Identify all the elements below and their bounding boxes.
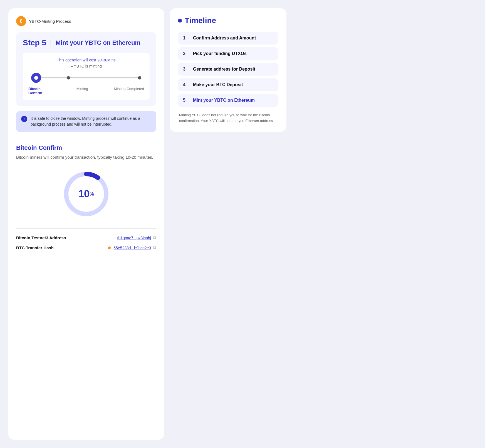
app-header: ₿ YBTC-Minting Process	[16, 16, 156, 26]
track-line	[39, 77, 138, 78]
circle-progress: 10%	[61, 169, 111, 219]
track-dot-end	[138, 76, 141, 79]
circle-progress-container: 10%	[16, 169, 156, 219]
section-divider	[16, 138, 156, 138]
track-dot-start	[31, 73, 41, 83]
address-link-1[interactable]: tb1qpac7...px3jhahj	[117, 236, 151, 240]
timeline-item-number-5: 5	[183, 98, 189, 103]
track-dot-mid	[67, 76, 70, 79]
progress-labels: Bitcoin Confirm Minting Minting Complete…	[28, 87, 144, 95]
bitcoin-confirm-title: Bitcoin Confirm	[16, 144, 156, 151]
timeline-item-label-2: Pick your funding UTXOs	[193, 51, 247, 56]
circle-percent: 10	[78, 188, 90, 200]
address-row-1: Bitcoin Testnet3 Address tb1qpac7...px3j…	[16, 235, 156, 240]
timeline-item-number-3: 3	[183, 67, 189, 72]
address-value-group-2: 55e5238d...b9bcc2e3 ⧉	[108, 245, 156, 250]
copy-icon-2[interactable]: ⧉	[153, 245, 156, 250]
timeline-header: Timeline	[178, 16, 278, 25]
timeline-item-2: 2 Pick your funding UTXOs	[178, 47, 278, 60]
address-section: Bitcoin Testnet3 Address tb1qpac7...px3j…	[16, 228, 156, 250]
address-row-2: BTC Transfer Hash 55e5238d...b9bcc2e3 ⧉	[16, 245, 156, 250]
progress-subtitle: This operation will cost 20-30Mins	[28, 58, 144, 62]
timeline-items: 1 Confirm Address and Amount 2 Pick your…	[178, 32, 278, 107]
label-bitcoin-confirm: Bitcoin Confirm	[28, 87, 51, 95]
info-icon: !	[21, 116, 27, 122]
label-minting: Minting	[76, 87, 88, 95]
step-number: Step 5	[23, 38, 46, 47]
copy-icon-1[interactable]: ⧉	[153, 235, 156, 240]
bitcoin-confirm-section: Bitcoin Confirm Bitcoin miners will conf…	[16, 144, 156, 250]
timeline-title: Timeline	[185, 16, 216, 25]
info-banner: ! It is safe to close the window. Mintin…	[16, 111, 156, 132]
progress-track	[31, 73, 141, 83]
btc-icon: ₿	[16, 16, 26, 26]
circle-percent-sign: %	[90, 191, 94, 196]
timeline-item-label-1: Confirm Address and Amount	[193, 36, 256, 41]
timeline-dot-icon	[178, 19, 182, 23]
timeline-item-1: 1 Confirm Address and Amount	[178, 32, 278, 44]
bitcoin-confirm-desc: Bitcoin miners will confirm your transac…	[16, 154, 156, 161]
timeline-item-number-2: 2	[183, 51, 189, 56]
progress-status: – YBTC is minting	[28, 64, 144, 68]
timeline-item-label-5: Mint your YBTC on Ethereum	[193, 98, 255, 103]
step-title: Mint your YBTC on Ethereum	[56, 39, 140, 46]
info-text: It is safe to close the window. Minting …	[31, 116, 151, 127]
timeline-item-4: 4 Make your BTC Deposit	[178, 78, 278, 91]
timeline-item-number-1: 1	[183, 36, 189, 41]
address-link-2[interactable]: 55e5238d...b9bcc2e3	[113, 246, 151, 250]
orange-dot-icon	[108, 247, 111, 249]
timeline-item-label-3: Generate address for Deposit	[193, 67, 255, 72]
track-dot-inner	[34, 76, 38, 80]
address-label-1: Bitcoin Testnet3 Address	[16, 235, 66, 240]
circle-text: 10%	[78, 188, 94, 200]
step-header: Step 5 | Mint your YBTC on Ethereum	[23, 38, 150, 47]
timeline-item-label-4: Make your BTC Deposit	[193, 82, 243, 87]
step-card: Step 5 | Mint your YBTC on Ethereum This…	[16, 32, 156, 106]
timeline-item-5: 5 Mint your YBTC on Ethereum	[178, 94, 278, 107]
step-divider: |	[50, 39, 52, 46]
timeline-item-number-4: 4	[183, 82, 189, 87]
progress-section: This operation will cost 20-30Mins – YBT…	[23, 53, 150, 100]
label-minting-completed: Minting Completed	[114, 87, 144, 95]
app-title: YBTC-Minting Process	[29, 19, 71, 24]
timeline-note: Minting YBTC does not require you to wai…	[178, 112, 278, 124]
address-value-group-1: tb1qpac7...px3jhahj ⧉	[117, 235, 156, 240]
address-label-2: BTC Transfer Hash	[16, 245, 54, 250]
timeline-item-3: 3 Generate address for Deposit	[178, 63, 278, 76]
right-panel: Timeline 1 Confirm Address and Amount 2 …	[170, 8, 286, 132]
left-panel: ₿ YBTC-Minting Process Step 5 | Mint you…	[8, 8, 164, 440]
